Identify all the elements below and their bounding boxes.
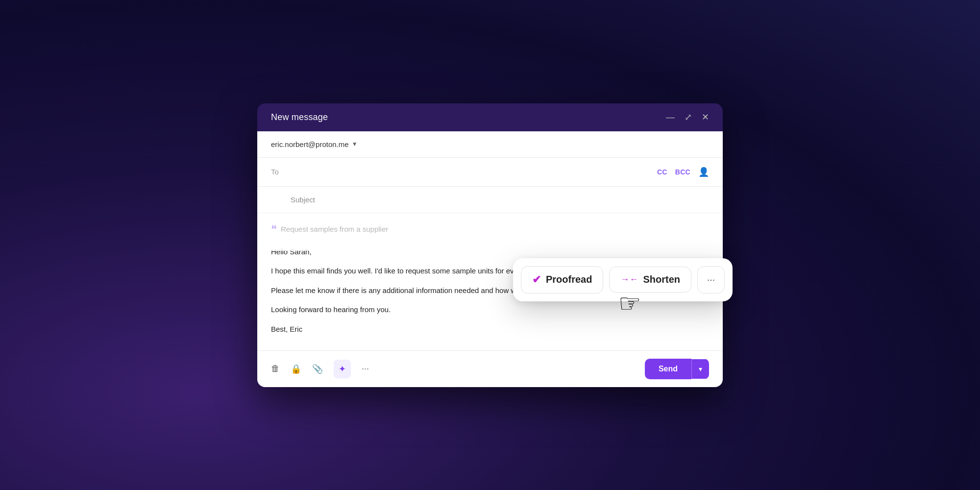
compose-body-inner: To CC BCC 👤 ❝ Request sampl xyxy=(257,158,723,350)
attach-icon[interactable]: 📎 xyxy=(312,364,323,374)
email-greeting: Hello Sarah, xyxy=(271,245,709,258)
shorten-label: Shorten xyxy=(643,274,680,285)
to-label: To xyxy=(271,168,291,176)
window-controls: — ⤢ ✕ xyxy=(666,113,709,122)
more-icon: ··· xyxy=(707,274,715,285)
ai-button[interactable]: ✦ xyxy=(334,360,351,378)
body-area[interactable]: ❝ Request samples from a supplier Hello … xyxy=(257,213,723,350)
lock-icon[interactable]: 🔒 xyxy=(291,364,301,374)
toolbar-left: 🗑 🔒 📎 ✦ ··· xyxy=(271,360,369,378)
email-signoff: Best, Eric xyxy=(271,323,709,336)
window-titlebar: New message — ⤢ ✕ xyxy=(257,103,723,131)
ai-more-button[interactable]: ··· xyxy=(697,266,725,294)
maximize-button[interactable]: ⤢ xyxy=(685,113,692,122)
ai-quote-icon: ❝ xyxy=(271,224,277,235)
send-button[interactable]: Send xyxy=(645,359,691,379)
proofread-label: Proofread xyxy=(546,274,592,285)
sparkle-icon: ✦ xyxy=(339,364,346,374)
shorten-button[interactable]: →← Shorten xyxy=(609,267,691,293)
add-contact-icon[interactable]: 👤 xyxy=(698,167,709,177)
compose-body: eric.norbert@proton.me ▼ To CC BCC 👤 xyxy=(257,131,723,387)
from-row: eric.norbert@proton.me ▼ xyxy=(257,131,723,158)
cc-button[interactable]: CC xyxy=(657,168,667,176)
email-paragraph3: Looking forward to hearing from you. xyxy=(271,303,709,316)
subject-row xyxy=(257,187,723,213)
proofread-button[interactable]: ✔︎ Proofread xyxy=(521,266,603,294)
ai-prompt-text: Request samples from a supplier xyxy=(281,225,388,233)
send-btn-group: Send ▾ xyxy=(645,359,709,379)
toolbar: 🗑 🔒 📎 ✦ ··· Send ▾ xyxy=(257,350,723,387)
from-dropdown-arrow[interactable]: ▼ xyxy=(352,141,358,147)
proofread-icon: ✔︎ xyxy=(532,273,541,286)
shorten-icon: →← xyxy=(620,274,638,285)
compose-window: New message — ⤢ ✕ eric.norbert@proton.me… xyxy=(257,103,723,387)
to-actions: CC BCC 👤 xyxy=(657,167,709,177)
minimize-button[interactable]: — xyxy=(666,113,675,122)
to-row: To CC BCC 👤 xyxy=(257,158,723,187)
to-input[interactable] xyxy=(291,168,657,176)
ai-prompt-line: ❝ Request samples from a supplier xyxy=(271,224,709,235)
from-email: eric.norbert@proton.me xyxy=(271,140,349,148)
window-title: New message xyxy=(271,112,328,122)
subject-input[interactable] xyxy=(291,196,709,204)
from-address[interactable]: eric.norbert@proton.me ▼ xyxy=(271,140,358,148)
more-options-icon[interactable]: ··· xyxy=(362,364,369,374)
ai-popup: ✔︎ Proofread →← Shorten ··· ☞ xyxy=(513,258,733,301)
send-dropdown-button[interactable]: ▾ xyxy=(691,359,709,379)
delete-icon[interactable]: 🗑 xyxy=(271,364,280,374)
close-button[interactable]: ✕ xyxy=(702,113,709,122)
bcc-button[interactable]: BCC xyxy=(675,168,690,176)
